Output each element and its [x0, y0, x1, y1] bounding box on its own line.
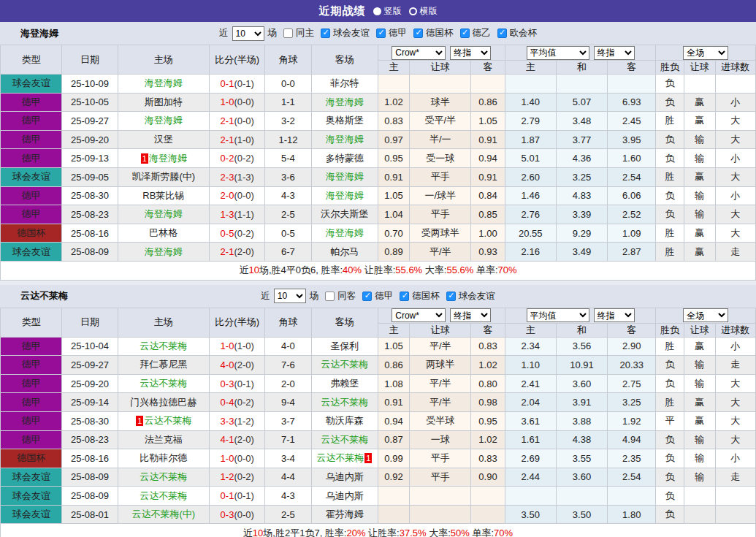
average-stage-select[interactable]: 终指: [594, 308, 635, 322]
league-checkbox[interactable]: [413, 28, 423, 38]
team-name[interactable]: 海登海姆: [326, 190, 364, 201]
date-cell: 25-09-27: [62, 356, 118, 375]
team-name[interactable]: 云达不莱梅: [140, 378, 187, 389]
provider-stage-select[interactable]: 终指: [450, 308, 491, 322]
team-name[interactable]: 云达不莱梅: [321, 397, 368, 408]
avg-odds-draw: 3.49: [556, 243, 607, 262]
team-name[interactable]: 海登海姆: [145, 77, 183, 88]
handicap-line: 受两球半: [410, 224, 471, 243]
team-name[interactable]: 云达不莱梅: [321, 434, 368, 445]
team-name[interactable]: 海登海姆: [326, 96, 364, 107]
avg-odds-draw: 3.91: [556, 393, 607, 412]
match-row: 德甲25-08-23海登海姆1-3(1-1)2-5沃尔夫斯堡1.04平手0.85…: [1, 205, 756, 224]
handicap-odds-home: 0.83: [378, 112, 409, 131]
same-venue-checkbox[interactable]: [325, 292, 335, 301]
team-name: 斯图加特: [145, 96, 183, 107]
match-row: 德甲25-08-23法兰克福4-1(2-0)7-1云达不莱梅0.87一球1.02…: [1, 430, 756, 449]
provider-stage-select[interactable]: 终指: [450, 46, 491, 60]
goals-result-cell: 走: [715, 356, 755, 375]
team-name: 勒沃库森: [326, 415, 364, 426]
handicap-odds-home: 1.05: [378, 186, 409, 205]
team-name[interactable]: 云达不莱梅: [321, 359, 368, 370]
goals-result-cell: 小: [715, 149, 755, 168]
league-checkbox-label: 德甲: [375, 290, 393, 302]
league-checkbox[interactable]: [321, 28, 330, 38]
team-name[interactable]: 云达不莱梅(中): [131, 509, 195, 519]
score-cell: 1-0(0-0): [210, 449, 265, 468]
league-checkbox[interactable]: [446, 292, 456, 301]
result-cell: 负: [656, 449, 684, 468]
team-name: 巴林格: [149, 227, 177, 238]
vertical-layout-radio[interactable]: 竖版: [373, 5, 402, 18]
halftime-score: (0-0): [234, 115, 253, 126]
recent-results-panel: 近期战绩 竖版 横版 海登海姆近10场同主球会友谊德甲德国杯德乙欧会杯类型日期主…: [0, 0, 756, 537]
horizontal-layout-radio[interactable]: 横版: [409, 5, 438, 18]
scope-select[interactable]: 全场: [683, 308, 728, 322]
handicap-line: 一/球半: [410, 186, 471, 205]
column-header: 角球: [265, 308, 311, 337]
date-cell: 25-08-30: [62, 411, 118, 430]
result-cell: 负: [656, 430, 684, 449]
avg-odds-away: 1.60: [608, 149, 656, 168]
result-cell: 胜: [656, 243, 684, 262]
sub-column-header: 胜负: [656, 323, 684, 337]
league-checkbox[interactable]: [362, 292, 372, 301]
league-checkbox[interactable]: [376, 28, 386, 38]
fulltime-score: 0-5: [221, 228, 234, 239]
avg-odds-home: 20.55: [505, 224, 556, 243]
team-name[interactable]: 海登海姆: [326, 227, 364, 238]
team-name[interactable]: 云达不莱梅: [144, 415, 191, 426]
team-name[interactable]: 云达不莱梅: [140, 471, 187, 482]
horizontal-layout-label: 横版: [420, 5, 438, 18]
team-name[interactable]: 海登海姆: [149, 153, 187, 164]
team-name[interactable]: 云达不莱梅: [140, 490, 187, 501]
column-header: 角球: [265, 45, 311, 75]
competition-cell: 德甲: [1, 205, 62, 224]
same-venue-checkbox[interactable]: [283, 28, 293, 38]
date-cell: 25-09-20: [62, 130, 118, 149]
team-name[interactable]: 云达不莱梅: [140, 340, 187, 351]
match-count-select[interactable]: 10: [274, 289, 306, 303]
away-team-cell: 云达不莱梅1: [311, 449, 378, 468]
average-select[interactable]: 平均值: [527, 46, 589, 60]
team-name: 乌迪内斯: [326, 490, 364, 501]
team-section: 云达不莱梅近10场同客德甲德国杯球会友谊类型日期主场比分(半场)角球客场Crow…: [0, 285, 756, 537]
provider-select[interactable]: Crow*: [392, 308, 446, 322]
handicap-result-cell: 输: [684, 374, 715, 393]
column-header: 比分(半场): [210, 308, 265, 337]
team-name[interactable]: 海登海姆: [145, 208, 183, 219]
result-cell: 胜: [656, 112, 684, 131]
score-cell: 0-4(0-2): [210, 393, 265, 412]
handicap-odds-away: [471, 505, 505, 524]
avg-odds-draw: 3.25: [556, 167, 607, 186]
radio-selected-icon: [373, 7, 381, 15]
average-stage-select[interactable]: 终指: [594, 46, 635, 60]
summary-row: 近10场,胜2平1负7, 胜率:20% 让胜率:37.5% 大率:50% 单率:…: [1, 524, 756, 537]
handicap-line: 平手: [410, 468, 471, 487]
handicap-line: 一球: [410, 430, 471, 449]
summary-segment: 近: [239, 264, 248, 275]
team-name[interactable]: 海登海姆: [326, 171, 364, 182]
team-name: 帕尔马: [330, 246, 359, 257]
match-count-select[interactable]: 10: [232, 26, 264, 41]
scope-select[interactable]: 全场: [683, 46, 728, 60]
team-name[interactable]: 海登海姆: [145, 115, 183, 126]
away-team-cell: 圣保利: [311, 337, 378, 356]
date-cell: 25-08-23: [62, 430, 118, 449]
team-name[interactable]: 海登海姆: [145, 246, 183, 257]
provider-select[interactable]: Crow*: [392, 46, 446, 60]
team-name[interactable]: 海登海姆: [326, 134, 364, 145]
avg-odds-home: 3.61: [505, 411, 556, 430]
fulltime-score: 3-3: [221, 416, 234, 427]
team-name[interactable]: 云达不莱梅: [316, 452, 364, 463]
handicap-odds-home: 0.86: [378, 356, 409, 375]
average-select[interactable]: 平均值: [527, 308, 589, 322]
handicap-odds-home: [378, 505, 409, 524]
league-checkbox[interactable]: [400, 292, 409, 301]
league-checkbox[interactable]: [497, 28, 507, 38]
league-checkbox[interactable]: [460, 28, 470, 38]
competition-cell: 德甲: [1, 186, 62, 205]
avg-odds-draw: [556, 487, 607, 506]
near-label: 近: [261, 290, 270, 302]
handicap-odds-home: [378, 487, 409, 506]
